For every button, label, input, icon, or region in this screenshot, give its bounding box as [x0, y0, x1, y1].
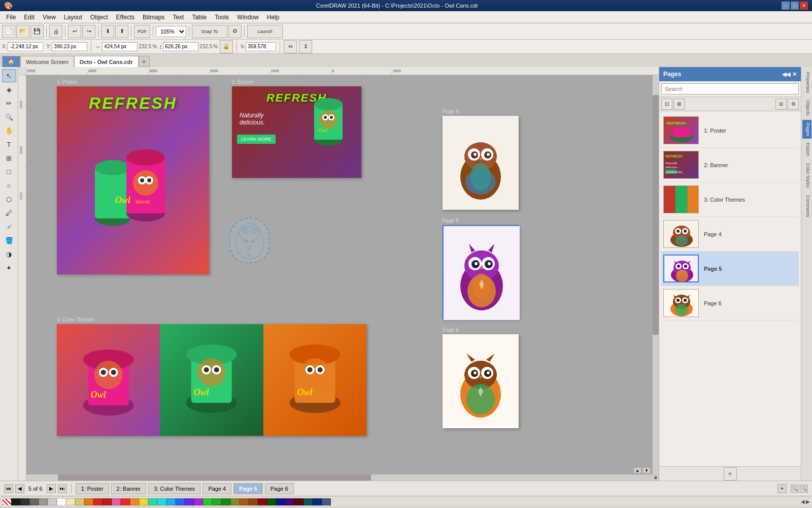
- transparency-tool[interactable]: ◑: [2, 247, 16, 261]
- lock-ratio-button[interactable]: 🔒: [220, 40, 233, 53]
- palette-red2[interactable]: [103, 498, 112, 505]
- canvas-scrollbar-h[interactable]: [26, 474, 653, 481]
- palette-maroon[interactable]: [294, 498, 303, 505]
- effects-tool[interactable]: ✦: [2, 261, 16, 274]
- canvas-scroll-thumb-h[interactable]: [58, 474, 371, 481]
- palette-very-light-gray[interactable]: [48, 498, 57, 505]
- page-view-grid[interactable]: ⊞: [673, 99, 685, 110]
- text-tool[interactable]: T: [2, 138, 16, 151]
- palette-green1[interactable]: [203, 498, 212, 505]
- page-4[interactable]: [443, 116, 519, 210]
- menu-window[interactable]: Window: [233, 13, 263, 22]
- menu-tools[interactable]: Tools: [211, 13, 233, 22]
- page-view-single[interactable]: ⊡: [661, 99, 672, 110]
- palette-dark-blue[interactable]: [313, 498, 322, 505]
- canvas-scroll-thumb-v[interactable]: [653, 95, 659, 335]
- palette-slate[interactable]: [322, 498, 331, 505]
- ellipse-tool[interactable]: ○: [2, 179, 16, 192]
- pages-list-item-3[interactable]: 3: Color Themes: [661, 182, 799, 217]
- maximize-button[interactable]: □: [791, 2, 799, 10]
- open-button[interactable]: 📂: [16, 25, 29, 38]
- select-tool[interactable]: ↖: [2, 69, 16, 82]
- print-button[interactable]: 🖨: [49, 25, 62, 38]
- page-nav-prev[interactable]: ◀: [15, 484, 24, 493]
- color-styles-tab[interactable]: Color Styles: [802, 160, 811, 191]
- palette-yellow1[interactable]: [66, 498, 75, 505]
- palette-green2[interactable]: [212, 498, 221, 505]
- palette-scroll-left[interactable]: ◀: [801, 499, 805, 504]
- palette-blue2[interactable]: [176, 498, 185, 505]
- properties-tab[interactable]: Properties: [802, 69, 811, 96]
- palette-no-fill[interactable]: [2, 498, 11, 505]
- page-nav-next[interactable]: ▶: [47, 484, 56, 493]
- new-button[interactable]: 📄: [2, 25, 15, 38]
- export-tab[interactable]: Export: [802, 140, 811, 159]
- menu-view[interactable]: View: [39, 13, 60, 22]
- menu-layout[interactable]: Layout: [60, 13, 86, 22]
- page-add-btn[interactable]: +: [777, 484, 787, 493]
- palette-white[interactable]: [57, 498, 66, 505]
- menu-table[interactable]: Table: [188, 13, 211, 22]
- palette-yellow2[interactable]: [75, 498, 84, 505]
- canvas-page-up[interactable]: ▲: [633, 467, 641, 473]
- redo-button[interactable]: ↪: [82, 25, 95, 38]
- palette-gray[interactable]: [29, 498, 39, 505]
- rotation-input[interactable]: [246, 42, 276, 51]
- rect-tool[interactable]: □: [2, 165, 16, 178]
- zoom-in-btn[interactable]: 🔍: [800, 485, 808, 493]
- pages-search-input[interactable]: [661, 83, 799, 94]
- pages-expand-btn[interactable]: ◀◀: [782, 71, 790, 78]
- page-tab-5[interactable]: Page 5: [233, 483, 262, 494]
- page-tab-6[interactable]: Page 6: [265, 483, 294, 494]
- menu-help[interactable]: Help: [263, 13, 284, 22]
- minimize-button[interactable]: −: [782, 2, 790, 10]
- canvas-scrollbar-v[interactable]: [653, 75, 659, 474]
- pages-tab[interactable]: Pages: [802, 120, 811, 139]
- fill-tool[interactable]: 🪣: [2, 234, 16, 247]
- palette-cyan1[interactable]: [157, 498, 166, 505]
- palette-dark-teal[interactable]: [303, 498, 313, 505]
- pages-list-item-2[interactable]: REFRESH Naturally delicious. LEARN MORE …: [661, 148, 799, 182]
- tab-file[interactable]: Octo - Owl Cans.cdr: [74, 56, 139, 67]
- pan-tool[interactable]: ✋: [2, 124, 16, 137]
- tab-welcome[interactable]: Welcome Screen: [20, 56, 74, 67]
- tab-home[interactable]: 🏠: [2, 56, 20, 67]
- w-input[interactable]: [102, 42, 138, 51]
- freehand-tool[interactable]: ✏: [2, 97, 16, 110]
- page-3-color-themes[interactable]: Owl: [57, 324, 366, 436]
- mirror-h-button[interactable]: ⇔: [284, 40, 297, 53]
- menu-object[interactable]: Object: [86, 13, 112, 22]
- palette-purple2[interactable]: [194, 498, 203, 505]
- page-1-poster[interactable]: REFRESH: [57, 86, 209, 274]
- menu-edit[interactable]: Edit: [20, 13, 39, 22]
- pen-tool[interactable]: 🖊: [2, 206, 16, 219]
- palette-blue1[interactable]: [166, 498, 176, 505]
- page-2-banner[interactable]: REFRESH Naturallydelicious. LEARN MORE: [232, 86, 361, 178]
- palette-green3[interactable]: [221, 498, 230, 505]
- options-button[interactable]: ⚙: [228, 25, 242, 38]
- pages-settings[interactable]: ⊟: [775, 99, 787, 110]
- pages-list-item-4[interactable]: Page 4: [661, 217, 799, 251]
- snap-button[interactable]: Snap To: [192, 25, 227, 38]
- y-input[interactable]: [52, 42, 87, 51]
- palette-orange2[interactable]: [130, 498, 139, 505]
- palette-dark-purple[interactable]: [285, 498, 294, 505]
- pages-close-btn[interactable]: ✕: [792, 71, 797, 78]
- palette-teal1[interactable]: [148, 498, 157, 505]
- palette-red1[interactable]: [93, 498, 103, 505]
- menu-bitmaps[interactable]: Bitmaps: [139, 13, 168, 22]
- page-nav-first[interactable]: ⏮: [4, 484, 13, 493]
- objects-tab[interactable]: Objects: [802, 97, 811, 119]
- save-button[interactable]: 💾: [30, 25, 44, 38]
- close-button[interactable]: ✕: [800, 2, 808, 10]
- palette-brown2[interactable]: [249, 498, 258, 505]
- palette-red3[interactable]: [121, 498, 130, 505]
- canvas-page-down[interactable]: ▼: [642, 467, 651, 473]
- tab-add-button[interactable]: +: [139, 56, 150, 67]
- table-tool[interactable]: ⊞: [2, 151, 16, 165]
- pages-options[interactable]: ⚙: [788, 99, 799, 110]
- learn-more-button[interactable]: LEARN MORE: [237, 135, 276, 144]
- import-button[interactable]: ⬇: [101, 25, 114, 38]
- palette-olive[interactable]: [230, 498, 240, 505]
- launch-button[interactable]: Launch: [247, 25, 283, 38]
